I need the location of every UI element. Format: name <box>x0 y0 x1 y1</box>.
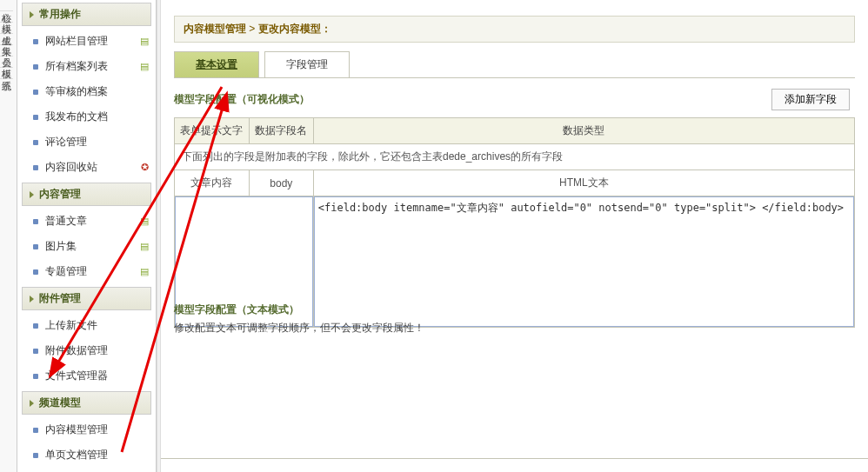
add-icon: ▤ <box>140 216 149 227</box>
grid-header-prompt: 表单提示文字 <box>175 118 250 144</box>
bullet-icon <box>33 140 38 145</box>
bullet-icon <box>33 323 38 329</box>
divider <box>161 458 868 459</box>
grid-note: 下面列出的字段是附加表的字段，除此外，它还包含主表dede_archives的所… <box>175 144 855 170</box>
vertical-nav-column: 核心 模块 生成 采集 会员 模板 系统 <box>0 0 17 472</box>
bullet-icon <box>33 219 38 224</box>
table-row: 文章内容 body HTML文本 <box>175 170 855 196</box>
vnav-item-generate[interactable]: 生成 <box>0 23 13 34</box>
text-config-note: 修改配置文本可调整字段顺序，但不会更改字段属性！ <box>174 321 424 336</box>
sidebar-item-article[interactable]: 普通文章▤ <box>17 209 156 234</box>
sidebar-item-columns[interactable]: 网站栏目管理▤ <box>17 29 156 54</box>
sidebar-item-file-mgr[interactable]: 文件式管理器 <box>17 363 156 389</box>
sidebar-item-comments[interactable]: 评论管理 <box>17 130 156 155</box>
sidebar-item-attach-data[interactable]: 附件数据管理 <box>17 338 156 363</box>
chevron-right-icon <box>30 11 34 18</box>
sidebar-item-single-page[interactable]: 单页文档管理 <box>17 442 156 468</box>
grid-header-datatype: 数据类型 <box>313 118 854 144</box>
bullet-icon <box>33 269 38 275</box>
add-icon: ▤ <box>140 241 149 252</box>
breadcrumb-item[interactable]: 内容模型管理 <box>184 23 246 35</box>
grid-cell-datatype: HTML文本 <box>313 170 854 196</box>
grid-cell-fieldname: body <box>249 170 313 196</box>
sidebar-group-label: 附件管理 <box>39 291 81 306</box>
add-icon: ▤ <box>140 36 149 47</box>
visual-config-header: 模型字段配置（可视化模式） 添加新字段 <box>174 89 855 110</box>
bullet-icon <box>33 165 38 170</box>
bullet-icon <box>33 349 38 354</box>
sidebar-item-pending[interactable]: 等审核的档案 <box>17 79 156 104</box>
sidebar: 常用操作 网站栏目管理▤ 所有档案列表▤ 等审核的档案 我发布的文档 评论管理 … <box>17 0 157 472</box>
sidebar-group-channel-model[interactable]: 频道模型 <box>22 391 151 415</box>
vnav-item-template[interactable]: 模板 <box>0 57 13 68</box>
text-config-section: 模型字段配置（文本模式） 修改配置文本可调整字段顺序，但不会更改字段属性！ <box>174 302 424 336</box>
breadcrumb-separator: > <box>249 23 257 35</box>
sidebar-group-content-mgmt[interactable]: 内容管理 <box>22 183 151 206</box>
breadcrumb-current: 更改内容模型： <box>258 23 331 35</box>
sidebar-group-attachment[interactable]: 附件管理 <box>22 287 151 310</box>
breadcrumb: 内容模型管理 > 更改内容模型： <box>174 16 855 43</box>
bullet-icon <box>33 374 38 379</box>
tab-field-mgmt[interactable]: 字段管理 <box>264 51 350 77</box>
vnav-item-module[interactable]: 模块 <box>0 11 13 23</box>
sidebar-group-label: 内容管理 <box>39 187 81 202</box>
tab-bar: 基本设置 字段管理 <box>174 51 855 78</box>
sidebar-item-archives[interactable]: 所有档案列表▤ <box>17 54 156 79</box>
vnav-item-member[interactable]: 会员 <box>0 45 13 57</box>
vnav-item-system[interactable]: 系统 <box>0 68 13 79</box>
sidebar-item-upload[interactable]: 上传新文件 <box>17 313 156 338</box>
grid-cell-prompt: 文章内容 <box>175 170 250 196</box>
field-grid: 表单提示文字 数据字段名 数据类型 下面列出的字段是附加表的字段，除此外，它还包… <box>174 117 855 328</box>
visual-config-title: 模型字段配置（可视化模式） <box>174 92 771 107</box>
text-config-title: 模型字段配置（文本模式） <box>174 302 424 317</box>
sidebar-item-linked-cat[interactable]: 联动类别管理 <box>17 468 156 472</box>
main-content: 内容模型管理 > 更改内容模型： 基本设置 字段管理 模型字段配置（可视化模式）… <box>161 0 868 472</box>
bullet-icon <box>33 428 38 433</box>
shield-icon: ✪ <box>141 162 149 173</box>
sidebar-group-label: 频道模型 <box>39 396 81 410</box>
add-icon: ▤ <box>140 266 149 277</box>
chevron-right-icon <box>30 296 34 302</box>
chevron-right-icon <box>30 191 34 198</box>
bullet-icon <box>33 90 38 95</box>
chevron-right-icon <box>30 400 34 407</box>
sidebar-item-my-docs[interactable]: 我发布的文档 <box>17 104 156 130</box>
sidebar-item-recycle[interactable]: 内容回收站✪ <box>17 155 156 180</box>
sidebar-group-common-ops[interactable]: 常用操作 <box>22 3 151 26</box>
sidebar-item-images[interactable]: 图片集▤ <box>17 234 156 259</box>
vnav-item-collect[interactable]: 采集 <box>0 34 13 45</box>
grid-header-fieldname: 数据字段名 <box>249 118 313 144</box>
sidebar-group-label: 常用操作 <box>39 7 81 22</box>
bullet-icon <box>33 39 38 44</box>
vnav-item-core[interactable]: 核心 <box>0 0 13 11</box>
add-field-button[interactable]: 添加新字段 <box>771 89 850 110</box>
bullet-icon <box>33 453 38 458</box>
bullet-icon <box>33 244 38 249</box>
bullet-icon <box>33 64 38 70</box>
sidebar-item-special[interactable]: 专题管理▤ <box>17 259 156 284</box>
bullet-icon <box>33 115 38 120</box>
add-icon: ▤ <box>140 61 149 72</box>
tab-basic-settings[interactable]: 基本设置 <box>174 51 259 77</box>
sidebar-item-content-model[interactable]: 内容模型管理 <box>17 417 156 442</box>
